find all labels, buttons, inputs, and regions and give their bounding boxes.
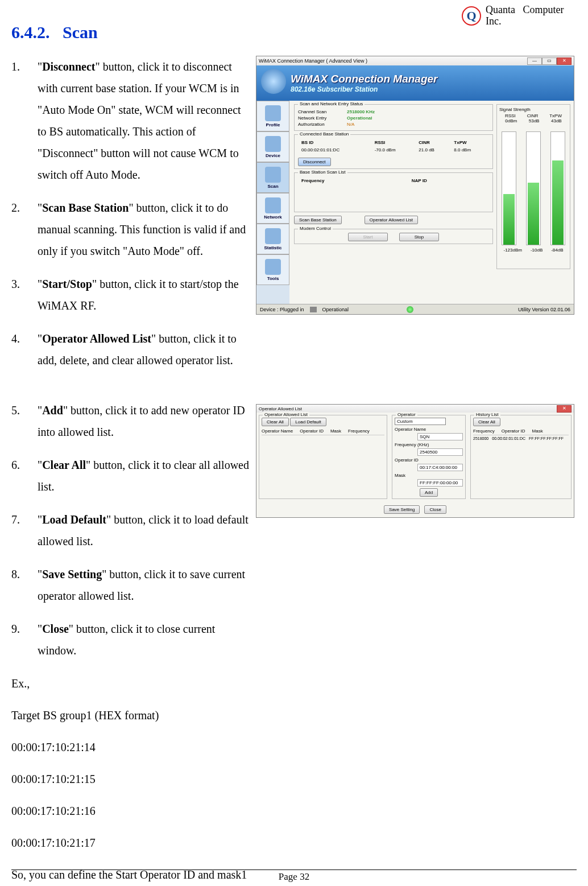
stop-button[interactable]: Stop (399, 233, 439, 241)
modem-control-group: Modem Control Start Stop (294, 229, 493, 244)
maximize-button[interactable]: ▭ (542, 57, 557, 65)
window-title: WiMAX Connection Manager ( Advanced View… (259, 58, 367, 64)
signal-value: -10dB (531, 248, 543, 253)
cell: 21.0 dB (416, 147, 450, 153)
frequency-label: Frequency (KHz) (395, 442, 463, 447)
app-body: ProfileDeviceScanNetworkStatisticTools S… (256, 101, 574, 304)
window-title-2: Operator Allowed List (259, 406, 302, 411)
banner-title: WiMAX Connection Manager (291, 73, 437, 85)
window-buttons-2: ✕ (557, 405, 572, 413)
list-col-1: 1."Disconnect" button, click it to disco… (11, 56, 250, 382)
load-default-button[interactable]: Load Default (290, 418, 326, 426)
sidebar-item-tools[interactable]: Tools (256, 254, 289, 285)
hex-line-1: 00:00:17:10:21:14 (11, 736, 250, 758)
disconnect-button[interactable]: Disconnect (298, 158, 331, 166)
item-text: "Close" button, click it to close curren… (38, 618, 250, 661)
section-title-text: Scan (63, 23, 98, 42)
company-word2: Computer (523, 4, 564, 15)
col-header: Operator ID (300, 428, 324, 434)
col-header: Frequency (299, 178, 408, 184)
close-button-2[interactable]: ✕ (557, 405, 572, 413)
clear-all-button[interactable]: Clear All (262, 418, 289, 426)
dialog-body: Operator Allowed List Clear All Load Def… (256, 413, 574, 501)
list-item: 7."Load Default" button, click it to loa… (11, 509, 250, 552)
sidebar-item-statistic[interactable]: Statistic (256, 224, 289, 254)
save-setting-button[interactable]: Save Setting (384, 505, 420, 514)
col-header: BS ID (299, 139, 371, 146)
operator-name-input[interactable]: SQN (417, 433, 463, 440)
group-title: History List (474, 412, 500, 417)
globe-icon (261, 69, 286, 94)
col-header: NAP ID (409, 178, 488, 184)
item-number: 9. (11, 618, 38, 661)
window-titlebar-2: Operator Allowed List ✕ (256, 405, 574, 413)
close-dialog-button[interactable]: Close (424, 505, 446, 514)
group-title: Connected Base Station (298, 131, 350, 137)
signal-value: -84dB (551, 248, 563, 253)
sidebar-item-network[interactable]: Network (256, 193, 289, 224)
screenshot-col-1: WiMAX Connection Manager ( Advanced View… (256, 56, 577, 382)
close-button[interactable]: ✕ (557, 57, 572, 65)
signal-top-values: 0dBm53dB43dB (499, 118, 568, 123)
example-label: Ex., (11, 673, 250, 694)
sidebar-item-profile[interactable]: Profile (256, 101, 289, 131)
block-2: 5."Add" button, click it to add new oper… (11, 399, 577, 885)
company-name: Quanta Computer Inc. (486, 5, 571, 27)
signal-value: -123dBm (503, 248, 521, 253)
frequency-input[interactable]: 2540500 (417, 448, 463, 456)
sidebar-label: Scan (267, 184, 278, 189)
sidebar-label: Statistic (264, 245, 281, 250)
company-word1: Quanta (486, 4, 515, 15)
txpw-bar (550, 131, 565, 245)
clear-all-button-2[interactable]: Clear All (473, 418, 500, 426)
dialog-footer: Save Setting Close (256, 501, 574, 517)
status-bar: Device : Plugged in Operational Utility … (256, 304, 574, 314)
signal-bars (499, 126, 568, 245)
sidebar-label: Network (264, 215, 282, 220)
group-title: Operator (396, 412, 417, 417)
status-operational: Operational (322, 307, 349, 312)
banner-subtitle: 802.16e Subscriber Station (291, 85, 437, 93)
numbered-list-1: 1."Disconnect" button, click it to disco… (11, 56, 250, 371)
add-button[interactable]: Add (420, 488, 438, 497)
cell: 00.00:02:01:01:DC (492, 436, 525, 440)
operator-select[interactable]: Custom (395, 418, 446, 425)
col-header: Mask (330, 428, 341, 434)
col-header: Operator Name (262, 428, 293, 434)
item-text: "Clear All" button, click it to clear al… (38, 454, 250, 497)
minimize-button[interactable]: — (527, 57, 542, 65)
item-text: "Load Default" button, click it to load … (38, 509, 250, 552)
header-company: Q Quanta Computer Inc. (462, 5, 571, 27)
signal-value: CINR (527, 113, 539, 118)
status-device: Device : Plugged in (260, 307, 304, 312)
sidebar-item-device[interactable]: Device (256, 131, 289, 162)
operator-id-input[interactable]: 00:17:C4:00:00:00 (417, 464, 463, 471)
signal-value: 0dBm (505, 118, 517, 123)
scan-list-header: FrequencyNAP ID (299, 178, 488, 184)
scan-status-group: Scan and Network Entry Status Channel Sc… (294, 104, 493, 131)
item-text: "Disconnect" button, click it to disconn… (38, 56, 250, 186)
auth-value: N/A (347, 122, 354, 127)
device-icon (265, 136, 281, 152)
list-item: 1."Disconnect" button, click it to disco… (11, 56, 250, 186)
start-button[interactable]: Start (348, 233, 388, 241)
mask-input[interactable]: FF:FF:FF:00:00:00 (417, 479, 463, 487)
item-number: 1. (11, 56, 38, 186)
cell: 2518000 (473, 436, 488, 440)
profile-icon (265, 105, 281, 121)
scan-base-station-button[interactable]: Scan Base Station (294, 216, 342, 224)
connected-bs-group: Connected Base Station BS IDRSSICINRTxPW… (294, 134, 493, 169)
screenshot-col-2: Operator Allowed List ✕ Operator Allowed… (256, 399, 577, 885)
operator-allowed-list-button[interactable]: Operator Allowed List (365, 216, 418, 224)
window-titlebar: WiMAX Connection Manager ( Advanced View… (256, 56, 574, 65)
operator-name-label: Operator Name (395, 427, 463, 432)
sidebar-item-scan[interactable]: Scan (256, 162, 289, 193)
col-header: TxPW (452, 139, 488, 146)
sidebar-nav: ProfileDeviceScanNetworkStatisticTools (256, 101, 289, 304)
history-headers: FrequencyOperator IDMask (473, 428, 569, 435)
auth-label: Authorization (298, 122, 343, 127)
list-item: 3."Start/Stop" button, click it to start… (11, 273, 250, 316)
rssi-bar (502, 131, 516, 245)
group-title: Scan and Network Entry Status (298, 101, 365, 106)
scan-list-table: FrequencyNAP ID (298, 176, 489, 185)
